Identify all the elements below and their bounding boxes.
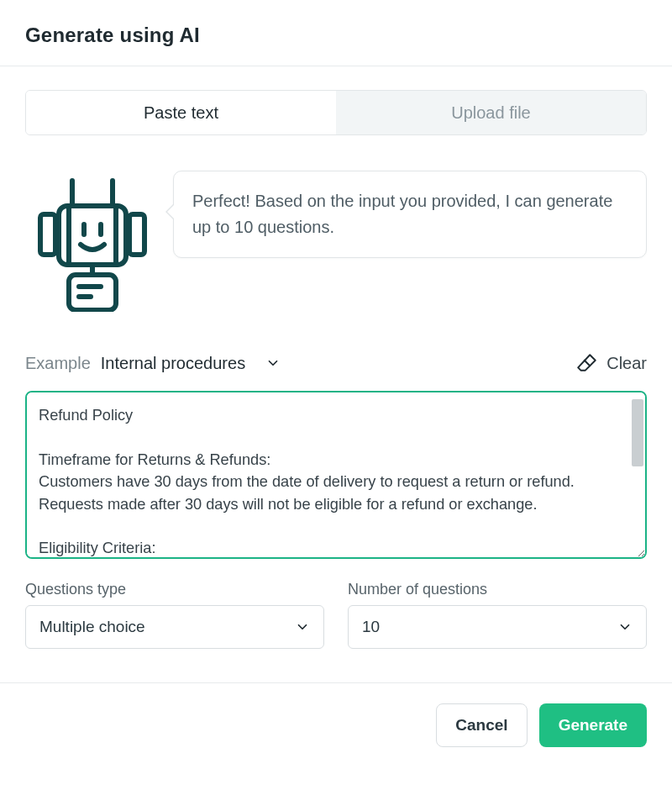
example-selected-value: Internal procedures <box>101 354 245 373</box>
bot-speech-bubble: Perfect! Based on the input you provided… <box>173 171 647 258</box>
example-clear-row: Example Internal procedures Clear <box>25 352 647 374</box>
options-row: Questions type Multiple choice Number of… <box>25 581 647 649</box>
source-tabs: Paste text Upload file <box>25 90 647 135</box>
example-label: Example <box>25 354 91 373</box>
dialog-footer: Cancel Generate <box>0 682 672 767</box>
example-dropdown[interactable]: Internal procedures <box>101 354 281 373</box>
dialog-body: Paste text Upload file <box>0 66 672 682</box>
field-label: Number of questions <box>348 581 647 598</box>
clear-button[interactable]: Clear <box>576 352 647 374</box>
generate-button[interactable]: Generate <box>539 703 647 747</box>
cancel-label: Cancel <box>455 716 507 735</box>
dialog-generate-ai: Generate using AI Paste text Upload file <box>0 0 672 767</box>
source-text-wrap <box>25 391 647 562</box>
clear-label: Clear <box>606 354 647 373</box>
chevron-down-icon <box>265 356 281 371</box>
tab-label: Upload file <box>451 103 531 123</box>
cancel-button[interactable]: Cancel <box>436 703 527 747</box>
bot-message-row: Perfect! Based on the input you provided… <box>25 169 647 315</box>
dialog-header: Generate using AI <box>0 0 672 66</box>
number-questions-value: 10 <box>362 618 380 636</box>
field-label: Questions type <box>25 581 324 598</box>
field-question-type: Questions type Multiple choice <box>25 581 324 649</box>
chevron-down-icon <box>617 619 633 635</box>
svg-rect-3 <box>129 214 144 255</box>
bot-speech-text: Perfect! Based on the input you provided… <box>192 192 612 236</box>
eraser-icon <box>576 352 598 374</box>
field-number-questions: Number of questions 10 <box>348 581 647 649</box>
tab-paste-text[interactable]: Paste text <box>26 91 336 134</box>
question-type-select[interactable]: Multiple choice <box>25 605 324 649</box>
chevron-down-icon <box>295 619 310 635</box>
dialog-title: Generate using AI <box>25 24 647 47</box>
tab-label: Paste text <box>144 103 218 123</box>
source-textarea[interactable] <box>25 391 647 559</box>
generate-label: Generate <box>559 716 627 735</box>
svg-rect-10 <box>69 275 116 310</box>
svg-rect-2 <box>40 214 55 255</box>
bot-icon <box>25 169 160 315</box>
scrollbar-thumb[interactable] <box>632 399 643 466</box>
tab-upload-file[interactable]: Upload file <box>336 91 646 134</box>
number-questions-select[interactable]: 10 <box>348 605 647 649</box>
example-picker: Example Internal procedures <box>25 354 281 373</box>
question-type-value: Multiple choice <box>39 618 145 636</box>
